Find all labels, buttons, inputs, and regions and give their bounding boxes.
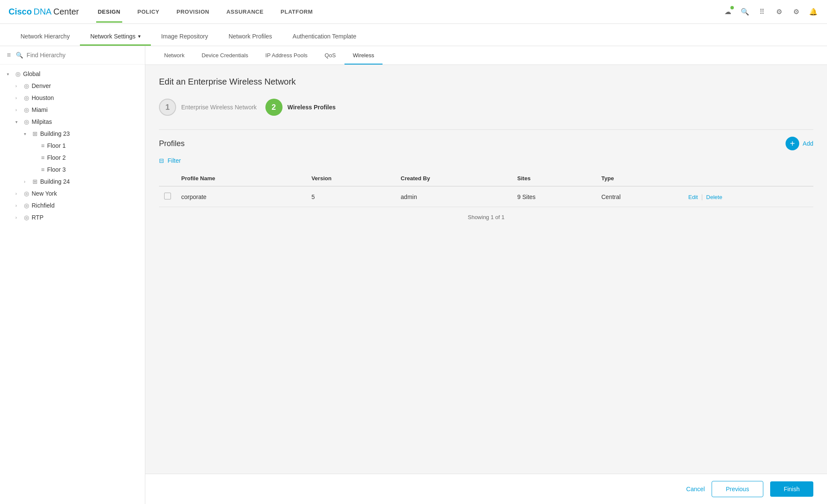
sub-nav-network-settings[interactable]: Network Settings ▾ <box>80 33 151 46</box>
wizard-stepper: 1 Enterprise Wireless Network 2 Wireless… <box>159 99 813 116</box>
search-icon[interactable]: 🔍 <box>740 7 750 17</box>
tab-wireless[interactable]: Wireless <box>344 46 383 64</box>
tree-label-floor-2: Floor 2 <box>47 154 66 161</box>
globe-icon-houston: ◎ <box>24 94 29 101</box>
tree-label-houston: Houston <box>32 94 54 101</box>
main-nav: DESIGN POLICY PROVISION ASSURANCE PLATFO… <box>96 9 723 15</box>
sub-nav-network-profiles[interactable]: Network Profiles <box>218 33 283 46</box>
col-header-created-by: Created By <box>396 171 512 186</box>
add-button[interactable]: + Add <box>786 137 813 150</box>
globe-icon-milpitas: ◎ <box>24 118 29 125</box>
delete-link[interactable]: Delete <box>706 194 722 200</box>
nav-assurance[interactable]: ASSURANCE <box>225 9 265 15</box>
content-tabs: Network Device Credentials IP Address Po… <box>145 46 827 65</box>
tree-label-global: Global <box>23 70 40 77</box>
step-number-1: 1 <box>165 103 170 112</box>
chevron-milpitas: ▾ <box>15 120 21 124</box>
row-version: 5 <box>306 186 396 207</box>
chevron-houston: › <box>15 96 21 100</box>
top-nav: Cisco DNA Center DESIGN POLICY PROVISION… <box>0 0 827 24</box>
gear-icon[interactable]: ⚙ <box>774 7 784 17</box>
table-header: Profile Name Version Created By Sites Ty… <box>159 171 813 186</box>
tab-network[interactable]: Network <box>156 46 193 64</box>
sub-nav-network-hierarchy[interactable]: Network Hierarchy <box>10 33 80 46</box>
apps-icon[interactable]: ⠿ <box>757 7 767 17</box>
chevron-richfield: › <box>15 203 21 208</box>
nav-design[interactable]: DESIGN <box>96 9 122 15</box>
col-header-version: Version <box>306 171 396 186</box>
tree-label-rtp: RTP <box>32 214 44 221</box>
tree-label-miami: Miami <box>32 106 47 113</box>
profiles-table: Profile Name Version Created By Sites Ty… <box>159 171 813 207</box>
row-actions: Edit | Delete <box>683 186 813 207</box>
nav-provision[interactable]: PROVISION <box>175 9 211 15</box>
sidebar: ≡ 🔍 ▾ ◎ Global › ◎ Denver <box>0 46 145 504</box>
bell-icon[interactable]: 🔔 <box>808 7 818 17</box>
tree-label-denver: Denver <box>32 82 51 89</box>
logo-dna: DNA <box>33 7 51 17</box>
chevron-new-york: › <box>15 191 21 196</box>
tab-qos[interactable]: QoS <box>316 46 344 64</box>
sub-nav-authentication-template[interactable]: Authentication Template <box>283 33 367 46</box>
tree-item-building-23: ▾ ⊞ Building 23 ≡ Floor 1 <box>17 128 145 176</box>
divider-1 <box>159 129 813 130</box>
col-header-checkbox <box>159 171 176 186</box>
previous-button[interactable]: Previous <box>712 481 763 497</box>
logo: Cisco DNA Center <box>9 7 79 17</box>
floor-icon-2: ≡ <box>41 154 44 161</box>
filter-row[interactable]: ⊟ Filter <box>159 157 813 164</box>
row-checkbox[interactable] <box>164 193 171 199</box>
content-scroll: Edit an Enterprise Wireless Network 1 En… <box>145 65 827 474</box>
tree-row-floor-2[interactable]: ≡ Floor 2 <box>26 152 145 164</box>
finish-button[interactable]: Finish <box>770 481 813 497</box>
logo-center: Center <box>53 7 79 17</box>
step-circle-2: 2 <box>265 99 283 116</box>
globe-icon-richfield: ◎ <box>24 202 29 209</box>
tree-row-miami[interactable]: › ◎ Miami <box>9 104 145 116</box>
globe-icon-rtp: ◎ <box>24 214 29 221</box>
sidebar-search-icon: 🔍 <box>16 52 23 59</box>
tree-row-milpitas[interactable]: ▾ ◎ Milpitas <box>9 116 145 128</box>
tree-row-houston[interactable]: › ◎ Houston <box>9 92 145 104</box>
sidebar-search-input[interactable] <box>26 52 138 59</box>
nav-platform[interactable]: PLATFORM <box>279 9 315 15</box>
tree-item-milpitas: ▾ ◎ Milpitas ▾ ⊞ Building 23 <box>9 116 145 188</box>
tree-row-new-york[interactable]: › ◎ New York <box>9 188 145 199</box>
tree-row-building-24[interactable]: › ⊞ Building 24 <box>17 176 145 188</box>
globe-icon-denver: ◎ <box>24 82 29 89</box>
tree-row-floor-3[interactable]: ≡ Floor 3 <box>26 164 145 176</box>
sub-nav-image-repository[interactable]: Image Repository <box>151 33 218 46</box>
table-row: corporate 5 admin 9 Sites Central Edit |… <box>159 186 813 207</box>
tree-children-milpitas: ▾ ⊞ Building 23 ≡ Floor 1 <box>9 128 145 188</box>
tree-label-richfield: Richfield <box>32 202 55 209</box>
add-label: Add <box>803 140 813 147</box>
tree-label-building-24: Building 24 <box>40 178 70 185</box>
cancel-button[interactable]: Cancel <box>686 486 705 492</box>
sidebar-collapse-handle[interactable]: ‹ <box>145 267 145 284</box>
globe-icon-global: ◎ <box>15 70 21 77</box>
tree-row-floor-1[interactable]: ≡ Floor 1 <box>26 140 145 152</box>
cloud-icon[interactable]: ☁ <box>723 7 733 17</box>
chevron-building-24: › <box>24 179 30 184</box>
action-separator: | <box>701 193 705 200</box>
row-type: Central <box>596 186 683 207</box>
tree-label-building-23: Building 23 <box>40 130 70 137</box>
tree-row-richfield[interactable]: › ◎ Richfield <box>9 199 145 211</box>
tree-row-building-23[interactable]: ▾ ⊞ Building 23 <box>17 128 145 140</box>
tree-row-global[interactable]: ▾ ◎ Global <box>0 68 145 80</box>
edit-link[interactable]: Edit <box>689 194 698 200</box>
settings-icon[interactable]: ⚙ <box>791 7 801 17</box>
row-created-by: admin <box>396 186 512 207</box>
tab-device-credentials[interactable]: Device Credentials <box>193 46 257 64</box>
col-header-profile-name: Profile Name <box>176 171 306 186</box>
tab-ip-address-pools[interactable]: IP Address Pools <box>257 46 316 64</box>
building-icon-23: ⊞ <box>32 130 38 137</box>
step-circle-1: 1 <box>159 99 176 116</box>
tree-row-denver[interactable]: › ◎ Denver <box>9 80 145 92</box>
showing-text: Showing 1 of 1 <box>159 207 813 227</box>
main-layout: ≡ 🔍 ▾ ◎ Global › ◎ Denver <box>0 46 827 504</box>
sub-nav: Network Hierarchy Network Settings ▾ Ima… <box>0 24 827 46</box>
nav-policy[interactable]: POLICY <box>136 9 161 15</box>
tree-row-rtp[interactable]: › ◎ RTP <box>9 211 145 223</box>
wizard-step-2: 2 Wireless Profiles <box>265 99 336 116</box>
